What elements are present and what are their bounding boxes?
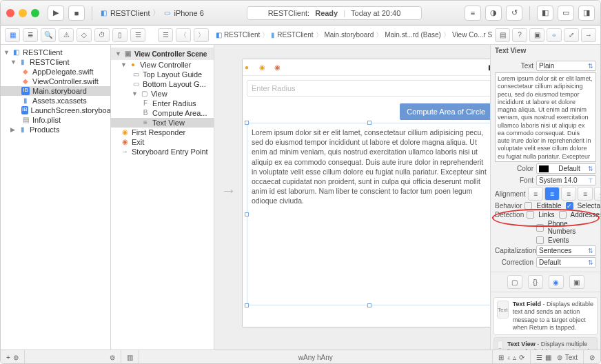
run-button[interactable]: ▶ xyxy=(48,6,64,21)
debug-navigator-tab[interactable]: ⏱ xyxy=(94,28,110,42)
outline-top-guide[interactable]: ▭Top Layout Guide xyxy=(111,70,214,79)
editor-assistant-button[interactable]: ◑ xyxy=(485,6,502,21)
tree-row-group[interactable]: ▼▮RESTClient xyxy=(1,57,110,67)
library-code-snippets-tab[interactable]: {} xyxy=(528,275,543,289)
align-natural-button[interactable]: ─ xyxy=(594,187,600,201)
library-media-tab[interactable]: ▣ xyxy=(569,275,584,289)
canvas-view-controller[interactable]: ● ◉ ◉ ▮ Enter Radius Compute Area of Cir… xyxy=(242,59,490,327)
inspector-connections-tab[interactable]: → xyxy=(581,28,596,42)
outline-viewcontroller[interactable]: ▼●View Controller xyxy=(111,60,214,70)
tree-row-file-selected[interactable]: IBMain.storyboard xyxy=(1,86,110,96)
textfield-icon: Text xyxy=(497,301,509,318)
resizing-button[interactable]: ⟳ xyxy=(519,354,524,361)
inspector-attributes-tab[interactable]: ⟐ xyxy=(547,28,562,42)
links-checkbox[interactable] xyxy=(527,211,534,219)
stop-button[interactable]: ■ xyxy=(68,6,85,21)
status-icon: ⊘ xyxy=(589,354,595,361)
tree-row-file[interactable]: IBLaunchScreen.storyboard xyxy=(1,105,110,115)
library-grid-view[interactable]: ▦ xyxy=(545,354,551,361)
align-button[interactable]: ⊞ xyxy=(498,354,504,361)
align-center-button[interactable]: ≡ xyxy=(544,187,560,201)
outline-view[interactable]: ▼▢View xyxy=(111,89,214,99)
align-justify-button[interactable]: ≡ xyxy=(578,187,593,201)
events-checkbox[interactable] xyxy=(536,236,544,244)
editable-checkbox[interactable] xyxy=(524,202,532,210)
inspector-size-tab[interactable]: ⤢ xyxy=(564,28,579,42)
addresses-checkbox[interactable] xyxy=(559,211,567,219)
size-class-control[interactable]: wAny hAny xyxy=(298,354,333,361)
inspector-identity-tab[interactable]: ▣ xyxy=(529,28,544,42)
minimize-window-button[interactable] xyxy=(19,9,27,17)
filter-icon[interactable]: ⊚ xyxy=(110,354,115,361)
inspector-file-tab[interactable]: ▤ xyxy=(495,28,510,42)
font-select[interactable]: System 14.0⊤ xyxy=(536,175,596,185)
align-left-button[interactable]: ≡ xyxy=(528,187,543,201)
canvas-compute-button[interactable]: Compute Area of Circle xyxy=(400,103,490,120)
device-icon: ▭ xyxy=(163,9,171,17)
text-type-select[interactable]: Plain⇅ xyxy=(536,61,596,71)
outline-bottom-guide[interactable]: ▭Bottom Layout G... xyxy=(111,79,214,89)
close-window-button[interactable] xyxy=(6,9,14,17)
text-body-field[interactable]: Lorem ipsum dolor sit er elit lamet, con… xyxy=(495,72,596,162)
toggle-utilities-button[interactable]: ◨ xyxy=(578,6,595,21)
library-item-textview[interactable]: ≡ Text View - Displays multiple lines of… xyxy=(493,337,598,350)
behavior-label: Behavior xyxy=(495,202,522,210)
filter-button[interactable]: ⊚ xyxy=(13,354,19,361)
library-item-textfield[interactable]: Text Text Field - Displays editable text… xyxy=(493,297,598,335)
tree-row-file[interactable]: ◆ViewController.swift xyxy=(1,77,110,86)
correction-select[interactable]: Default⇅ xyxy=(536,257,596,267)
alignment-label: Alignment xyxy=(495,190,525,198)
capitalization-select[interactable]: Sentences⇅ xyxy=(536,245,596,256)
tree-row-products[interactable]: ▶▮Products xyxy=(1,125,110,134)
outline-view-toggle[interactable]: ▥ xyxy=(127,354,133,361)
outline-textview-selected[interactable]: ≡Text View xyxy=(111,118,214,128)
resolve-button[interactable]: ▵ xyxy=(513,354,516,361)
exit-icon: ◉ xyxy=(273,63,281,72)
test-navigator-tab[interactable]: ◇ xyxy=(77,28,92,42)
detection-label: Detection xyxy=(495,211,524,219)
phone-checkbox[interactable] xyxy=(536,224,544,232)
library-objects-tab[interactable]: ◉ xyxy=(549,275,564,289)
library-filter-field[interactable]: Text xyxy=(565,354,578,361)
canvas-textfield[interactable]: Enter Radius xyxy=(247,80,490,97)
find-navigator-tab[interactable]: 🔍 xyxy=(41,28,56,42)
outline-first-responder[interactable]: ◉First Responder xyxy=(111,128,214,137)
canvas-textview-selected[interactable]: Lorem ipsum dolor sit er elit lamet, con… xyxy=(247,123,490,305)
add-button[interactable]: + xyxy=(6,354,10,361)
selectable-checkbox[interactable]: ✓ xyxy=(566,202,573,210)
scheme-selector[interactable]: ◧ RESTClient 〉 ▭ iPhone 6 xyxy=(99,8,204,18)
toggle-navigator-button[interactable]: ◧ xyxy=(537,6,553,21)
editor-version-button[interactable]: ↺ xyxy=(506,6,522,21)
tree-row-file[interactable]: ▮Assets.xcassets xyxy=(1,96,110,105)
outline-scene-header[interactable]: ▼▣View Controller Scene xyxy=(111,48,214,60)
breakpoint-navigator-tab[interactable]: ▯ xyxy=(112,28,128,42)
issue-navigator-tab[interactable]: ⚠ xyxy=(59,28,74,42)
color-select[interactable]: Default⇅ xyxy=(536,163,596,174)
outline-entry-point[interactable]: →Storyboard Entry Point xyxy=(111,147,214,156)
editor-standard-button[interactable]: ≡ xyxy=(465,6,481,21)
nav-back-button[interactable]: 〈 xyxy=(176,28,191,42)
pin-button[interactable]: ⫞ xyxy=(507,354,510,361)
ib-canvas[interactable]: → ● ◉ ◉ ▮ Enter Radius Compute Area of C… xyxy=(214,45,490,350)
align-right-button[interactable]: ≡ xyxy=(561,187,576,201)
outline-button[interactable]: BCompute Area... xyxy=(111,108,214,118)
outline-toggle-button[interactable]: ☰ xyxy=(158,28,173,42)
tree-row-file[interactable]: ▤Info.plist xyxy=(1,115,110,125)
zoom-window-button[interactable] xyxy=(31,9,39,17)
textview-icon: ≡ xyxy=(497,341,503,350)
editable-label: Editable xyxy=(536,202,561,210)
tree-row-file[interactable]: ◆AppDelegate.swift xyxy=(1,67,110,77)
toggle-debug-button[interactable]: ▭ xyxy=(558,6,574,21)
inspector-help-tab[interactable]: ? xyxy=(512,28,527,42)
symbol-navigator-tab[interactable]: ≣ xyxy=(23,28,38,42)
tree-row-project[interactable]: ▼◧RESTClient xyxy=(1,48,110,57)
jump-bar[interactable]: ◧ RESTClient〉 ▮ RESTClient〉 Main.storybo… xyxy=(216,30,492,40)
outline-textfield[interactable]: FEnter Radius xyxy=(111,99,214,108)
library-list-view[interactable]: ☰ xyxy=(536,354,542,361)
nav-forward-button[interactable]: 〉 xyxy=(194,28,209,42)
project-navigator-tab[interactable]: ▦ xyxy=(5,28,20,42)
outline-exit[interactable]: ◉Exit xyxy=(111,137,214,147)
text-label: Text xyxy=(495,62,533,70)
library-file-templates-tab[interactable]: ▢ xyxy=(507,275,522,289)
report-navigator-tab[interactable]: ☰ xyxy=(130,28,145,42)
